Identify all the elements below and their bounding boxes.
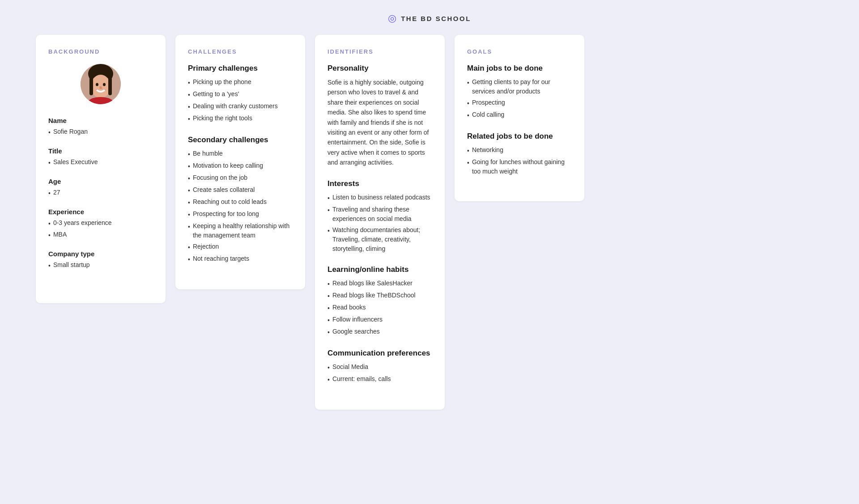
- related-jobs-list: •Networking•Going for lunches without ga…: [467, 145, 572, 176]
- list-item: •Cold calling: [467, 110, 572, 120]
- personality-text: Sofie is a highly sociable, outgoing per…: [327, 77, 432, 168]
- main-jobs-heading: Main jobs to be done: [467, 64, 572, 73]
- bullet-icon: •: [188, 174, 190, 183]
- bullet-icon: •: [467, 99, 469, 108]
- identifiers-title: IDENTIFIERS: [327, 48, 432, 55]
- list-item: •Prospecting for too long: [188, 209, 293, 220]
- header: ◎ THE BD SCHOOL: [0, 0, 859, 35]
- list-item: •Rejection: [188, 242, 293, 252]
- bullet-icon: •: [327, 304, 330, 313]
- list-item: •Prospecting: [467, 98, 572, 108]
- bullet-icon: •: [467, 111, 469, 120]
- bullet-icon: •: [188, 78, 190, 88]
- interests-block: Interests •Listen to business related po…: [327, 179, 432, 254]
- list-item: •Small startup: [48, 260, 153, 271]
- main-jobs-block: Main jobs to be done •Getting clients to…: [467, 64, 572, 120]
- avatar: [81, 64, 121, 104]
- list-item: •Getting to a 'yes': [188, 89, 293, 100]
- bg-field-experience: Experience•0-3 years experience•MBA: [48, 208, 153, 240]
- interests-list: •Listen to business related podcasts•Tra…: [327, 193, 432, 254]
- bullet-icon: •: [48, 158, 51, 168]
- bg-field-company-type: Company type•Small startup: [48, 250, 153, 271]
- list-item: •Going for lunches without gaining too m…: [467, 157, 572, 176]
- bullet-icon: •: [188, 102, 190, 112]
- bullet-icon: •: [188, 186, 190, 195]
- list-item: •27: [48, 188, 153, 198]
- communication-list: •Social Media•Current: emails, calls: [327, 362, 432, 385]
- bullet-icon: •: [467, 78, 469, 88]
- bg-field-label: Age: [48, 178, 153, 185]
- list-item: •Keeping a healthy relationship with the…: [188, 221, 293, 240]
- list-item: •MBA: [48, 230, 153, 240]
- learning-block: Learning/online habits •Read blogs like …: [327, 265, 432, 337]
- bullet-icon: •: [48, 261, 51, 271]
- list-item: •Traveling and sharing these experiences…: [327, 205, 432, 224]
- bullet-icon: •: [327, 375, 330, 385]
- bg-field-label: Company type: [48, 250, 153, 258]
- goals-card: GOALS Main jobs to be done •Getting clie…: [455, 35, 584, 201]
- list-item: •Watching documentaries about; Traveling…: [327, 225, 432, 254]
- bg-field-age: Age•27: [48, 178, 153, 198]
- list-item: •Getting clients to pay for our services…: [467, 77, 572, 96]
- list-item: •Reaching out to cold leads: [188, 197, 293, 208]
- interests-heading: Interests: [327, 179, 432, 188]
- bullet-icon: •: [48, 219, 51, 229]
- bullet-icon: •: [188, 90, 190, 100]
- list-item: •Current: emails, calls: [327, 374, 432, 385]
- bg-field-label: Name: [48, 117, 153, 124]
- list-item: •Motivation to keep calling: [188, 161, 293, 171]
- bullet-icon: •: [327, 328, 330, 337]
- list-item: •Networking: [467, 145, 572, 156]
- learning-heading: Learning/online habits: [327, 265, 432, 274]
- list-item: •Follow influencers: [327, 315, 432, 325]
- challenges-title: CHALLENGES: [188, 48, 293, 55]
- list-item: •Picking the right tools: [188, 114, 293, 124]
- list-item: •Read blogs like SalesHacker: [327, 279, 432, 289]
- list-item: •Google searches: [327, 327, 432, 337]
- list-item: •Picking up the phone: [188, 77, 293, 88]
- list-item: •Be humble: [188, 149, 293, 159]
- bullet-icon: •: [188, 162, 190, 171]
- bullet-icon: •: [327, 194, 330, 203]
- list-item: •Read blogs like TheBDSchool: [327, 291, 432, 301]
- primary-challenges-block: Primary challenges •Picking up the phone…: [188, 64, 293, 124]
- communication-heading: Communication preferences: [327, 349, 432, 358]
- bullet-icon: •: [327, 292, 330, 301]
- primary-challenges-list: •Picking up the phone•Getting to a 'yes'…: [188, 77, 293, 124]
- bullet-icon: •: [188, 210, 190, 220]
- bullet-icon: •: [188, 243, 190, 252]
- main-content: BACKGROUND: [0, 35, 859, 436]
- primary-challenges-heading: Primary challenges: [188, 64, 293, 73]
- bg-field-label: Experience: [48, 208, 153, 216]
- bullet-icon: •: [327, 316, 330, 325]
- bullet-icon: •: [327, 280, 330, 289]
- learning-list: •Read blogs like SalesHacker•Read blogs …: [327, 279, 432, 337]
- bullet-icon: •: [48, 128, 51, 137]
- bullet-icon: •: [188, 114, 190, 124]
- bullet-icon: •: [188, 255, 190, 264]
- site-title: THE BD SCHOOL: [401, 15, 471, 22]
- challenges-card: CHALLENGES Primary challenges •Picking u…: [175, 35, 305, 289]
- bg-field-name: Name•Sofie Rogan: [48, 117, 153, 137]
- related-jobs-block: Related jobs to be done •Networking•Goin…: [467, 132, 572, 176]
- avatar-container: [48, 64, 153, 104]
- list-item: •Listen to business related podcasts: [327, 193, 432, 203]
- secondary-challenges-list: •Be humble•Motivation to keep calling•Fo…: [188, 149, 293, 264]
- identifiers-card: IDENTIFIERS Personality Sofie is a highl…: [315, 35, 445, 410]
- bullet-icon: •: [48, 189, 51, 198]
- personality-block: Personality Sofie is a highly sociable, …: [327, 64, 432, 168]
- bullet-icon: •: [327, 206, 330, 215]
- list-item: •Sofie Rogan: [48, 127, 153, 137]
- background-card: BACKGROUND: [36, 35, 166, 303]
- list-item: •Focusing on the job: [188, 173, 293, 183]
- bullet-icon: •: [48, 231, 51, 240]
- main-jobs-list: •Getting clients to pay for our services…: [467, 77, 572, 120]
- bullet-icon: •: [467, 158, 469, 168]
- list-item: •0-3 years experience: [48, 218, 153, 229]
- bg-field-title: Title•Sales Executive: [48, 147, 153, 168]
- list-item: •Create sales collateral: [188, 185, 293, 195]
- logo-icon: ◎: [388, 13, 396, 24]
- secondary-challenges-block: Secondary challenges •Be humble•Motivati…: [188, 136, 293, 264]
- secondary-challenges-heading: Secondary challenges: [188, 136, 293, 144]
- list-item: •Read books: [327, 303, 432, 313]
